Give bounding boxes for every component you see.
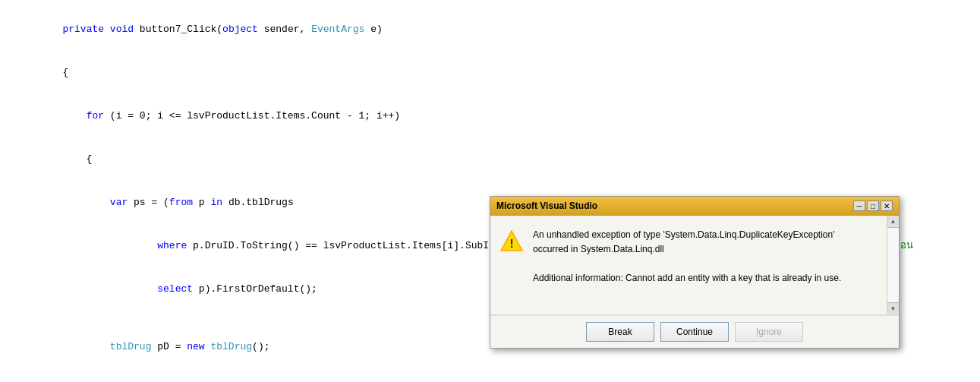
- scrollbar-down-arrow[interactable]: ▼: [887, 302, 899, 314]
- dialog-maximize-button[interactable]: □: [867, 200, 879, 211]
- dialog-scrollbar[interactable]: ▲ ▼: [887, 216, 899, 314]
- code-line-10: int drug = int.Parse(lsvProductList.Item…: [15, 368, 965, 382]
- dialog-message-line1: An unhandled exception of type 'System.D…: [533, 228, 841, 242]
- break-button[interactable]: Break: [586, 322, 654, 342]
- svg-text:!: !: [508, 238, 515, 251]
- dialog-titlebar: Microsoft Visual Studio ─ □ ✕: [490, 197, 899, 216]
- scrollbar-up-arrow[interactable]: ▲: [887, 216, 899, 228]
- dialog-message-area: An unhandled exception of type 'System.D…: [533, 228, 841, 286]
- dialog-message-line4: Additional information: Cannot add an en…: [533, 271, 841, 286]
- code-line-4: {: [15, 137, 965, 181]
- dialog-footer: Break Continue Ignore: [490, 315, 899, 348]
- error-dialog: Microsoft Visual Studio ─ □ ✕ ! An unhan…: [490, 196, 900, 349]
- dialog-title: Microsoft Visual Studio: [496, 200, 597, 211]
- code-line-3: for (i = 0; i <= lsvProductList.Items.Co…: [15, 94, 965, 137]
- dialog-close-button[interactable]: ✕: [881, 200, 893, 211]
- scrollbar-track: [887, 228, 899, 302]
- ignore-button: Ignore: [735, 322, 803, 342]
- warning-icon: !: [499, 229, 524, 254]
- continue-button[interactable]: Continue: [660, 322, 729, 342]
- dialog-title-buttons: ─ □ ✕: [853, 200, 893, 211]
- dialog-message-line3: [533, 257, 841, 271]
- dialog-message-line2: occurred in System.Data.Linq.dll: [533, 242, 841, 257]
- code-line-2: {: [15, 51, 965, 94]
- dialog-minimize-button[interactable]: ─: [853, 200, 865, 211]
- code-line-1: private void button7_Click(object sender…: [15, 8, 965, 51]
